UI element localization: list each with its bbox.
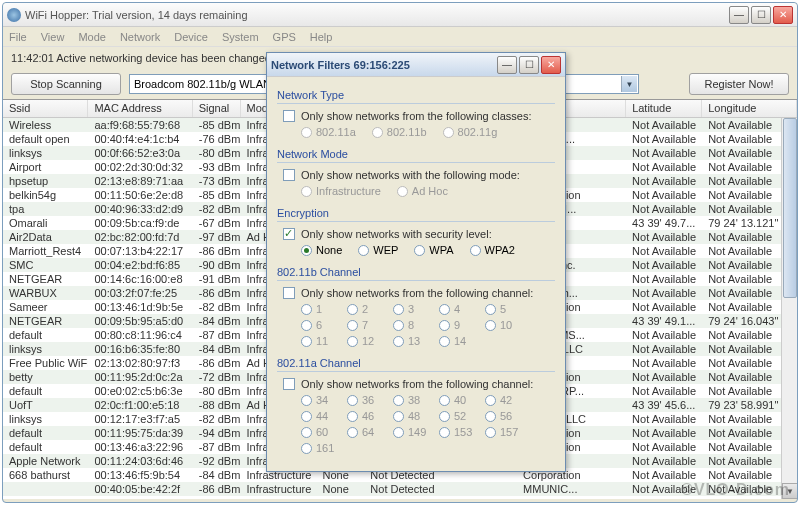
radio-icon bbox=[393, 427, 404, 438]
radio-icon bbox=[414, 245, 425, 256]
radio-icon bbox=[393, 336, 404, 347]
section-title-network-type: Network Type bbox=[277, 89, 555, 101]
radio-36: 36 bbox=[347, 394, 383, 406]
section-title-network-mode: Network Mode bbox=[277, 148, 555, 160]
menu-device[interactable]: Device bbox=[174, 31, 208, 43]
radio-46: 46 bbox=[347, 410, 383, 422]
column-header[interactable]: Longitude bbox=[702, 100, 797, 117]
menu-system[interactable]: System bbox=[222, 31, 259, 43]
device-dropdown[interactable]: Broadcom 802.11b/g WLAN ▼ bbox=[129, 74, 289, 94]
radio-icon bbox=[439, 320, 450, 331]
radio-icon bbox=[347, 336, 358, 347]
menu-gps[interactable]: GPS bbox=[273, 31, 296, 43]
radio-none[interactable]: None bbox=[301, 244, 342, 256]
checkbox-11a-channel[interactable] bbox=[283, 378, 295, 390]
status-text: 11:42:01 Active networking device has be… bbox=[11, 52, 274, 64]
radio-icon bbox=[301, 320, 312, 331]
radio-icon bbox=[439, 427, 450, 438]
menu-help[interactable]: Help bbox=[310, 31, 333, 43]
section-title-encryption: Encryption bbox=[277, 207, 555, 219]
scrollbar-thumb[interactable] bbox=[783, 118, 797, 298]
radio-icon bbox=[301, 427, 312, 438]
radio-40: 40 bbox=[439, 394, 475, 406]
radio-icon bbox=[485, 320, 496, 331]
column-header[interactable]: MAC Address bbox=[88, 100, 192, 117]
radio-icon bbox=[485, 411, 496, 422]
radio-12: 12 bbox=[347, 335, 383, 347]
radio-ad hoc: Ad Hoc bbox=[397, 185, 448, 197]
radio-13: 13 bbox=[393, 335, 429, 347]
radio-icon bbox=[347, 411, 358, 422]
radio-wep[interactable]: WEP bbox=[358, 244, 398, 256]
stop-scanning-button[interactable]: Stop Scanning bbox=[11, 73, 121, 95]
table-row[interactable]: 00:40:05:be:42:2f-86 dBmInfrastructureNo… bbox=[3, 482, 797, 496]
radio-60: 60 bbox=[301, 426, 337, 438]
radio-161: 161 bbox=[301, 442, 337, 454]
dialog-body: Network Type Only show networks from the… bbox=[267, 77, 565, 464]
radio-9: 9 bbox=[439, 319, 475, 331]
radio-52: 52 bbox=[439, 410, 475, 422]
menu-mode[interactable]: Mode bbox=[78, 31, 106, 43]
radio-icon bbox=[347, 320, 358, 331]
main-titlebar: WiFi Hopper: Trial version, 14 days rema… bbox=[3, 3, 797, 27]
radio-48: 48 bbox=[393, 410, 429, 422]
radio-wpa2[interactable]: WPA2 bbox=[470, 244, 515, 256]
radio-icon bbox=[301, 411, 312, 422]
dialog-titlebar: Network Filters 69:156:225 — ☐ ✕ bbox=[267, 53, 565, 77]
checkbox-network-mode[interactable] bbox=[283, 169, 295, 181]
radio-icon bbox=[301, 395, 312, 406]
radio-icon bbox=[439, 411, 450, 422]
radio-5: 5 bbox=[485, 303, 521, 315]
radio-4: 4 bbox=[439, 303, 475, 315]
radio-44: 44 bbox=[301, 410, 337, 422]
radio-icon bbox=[393, 304, 404, 315]
radio-2: 2 bbox=[347, 303, 383, 315]
window-title: WiFi Hopper: Trial version, 14 days rema… bbox=[25, 9, 729, 21]
scroll-down-icon[interactable]: ▼ bbox=[782, 483, 797, 499]
radio-42: 42 bbox=[485, 394, 521, 406]
radio-icon bbox=[393, 411, 404, 422]
radio-icon bbox=[347, 304, 358, 315]
menu-network[interactable]: Network bbox=[120, 31, 160, 43]
radio-149: 149 bbox=[393, 426, 429, 438]
minimize-button[interactable]: — bbox=[729, 6, 749, 24]
radio-6: 6 bbox=[301, 319, 337, 331]
dialog-minimize-button[interactable]: — bbox=[497, 56, 517, 74]
chevron-down-icon: ▼ bbox=[621, 76, 637, 92]
checkbox-network-type[interactable] bbox=[283, 110, 295, 122]
checkbox-11b-channel[interactable] bbox=[283, 287, 295, 299]
radio-icon bbox=[301, 127, 312, 138]
radio-64: 64 bbox=[347, 426, 383, 438]
maximize-button[interactable]: ☐ bbox=[751, 6, 771, 24]
radio-157: 157 bbox=[485, 426, 521, 438]
menubar: FileViewModeNetworkDeviceSystemGPSHelp bbox=[3, 27, 797, 47]
radio-icon bbox=[485, 304, 496, 315]
radio-icon bbox=[393, 395, 404, 406]
radio-14: 14 bbox=[439, 335, 475, 347]
table-row[interactable]: linksys00:14:bf:cf:f1:59-89 dBmInfrastru… bbox=[3, 496, 797, 499]
column-header[interactable]: Ssid bbox=[3, 100, 88, 117]
register-button[interactable]: Register Now! bbox=[689, 73, 789, 95]
dialog-close-button[interactable]: ✕ bbox=[541, 56, 561, 74]
column-header[interactable]: Latitude bbox=[626, 100, 702, 117]
radio-56: 56 bbox=[485, 410, 521, 422]
column-header[interactable]: Signal bbox=[193, 100, 241, 117]
dialog-title: Network Filters 69:156:225 bbox=[271, 59, 497, 71]
radio-802.11b: 802.11b bbox=[372, 126, 427, 138]
menu-file[interactable]: File bbox=[9, 31, 27, 43]
radio-icon bbox=[347, 427, 358, 438]
radio-icon bbox=[301, 245, 312, 256]
radio-10: 10 bbox=[485, 319, 521, 331]
dialog-maximize-button[interactable]: ☐ bbox=[519, 56, 539, 74]
radio-38: 38 bbox=[393, 394, 429, 406]
menu-view[interactable]: View bbox=[41, 31, 65, 43]
close-button[interactable]: ✕ bbox=[773, 6, 793, 24]
radio-153: 153 bbox=[439, 426, 475, 438]
radio-icon bbox=[485, 395, 496, 406]
radio-icon bbox=[358, 245, 369, 256]
checkbox-encryption[interactable] bbox=[283, 228, 295, 240]
radio-7: 7 bbox=[347, 319, 383, 331]
scrollbar-vertical[interactable]: ▼ bbox=[781, 118, 797, 499]
radio-wpa[interactable]: WPA bbox=[414, 244, 453, 256]
radio-icon bbox=[485, 427, 496, 438]
